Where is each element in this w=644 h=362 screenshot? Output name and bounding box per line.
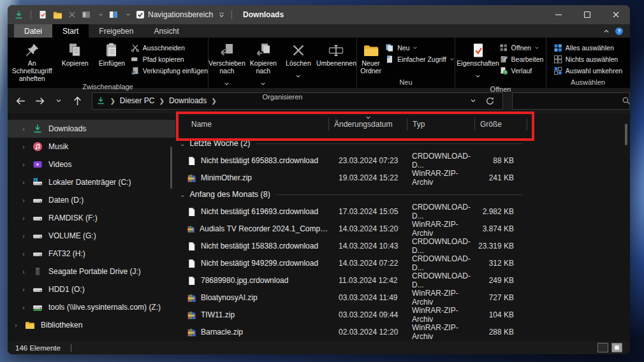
ribbon-button-verknüpfung-einfügen[interactable]: Verknüpfung einfügen [131,66,208,75]
sidebar-item-downloads[interactable]: › Downloads [8,120,175,138]
file-row-audials-tv-recorder-2024-1-computerbil[interactable]: Audials TV Recorder 2024.1_ComputerBil..… [175,220,630,237]
navigation-pane-toggle[interactable]: Navigationsbereich [136,10,224,19]
file-row-nicht-bestätigt-949299-crdownload[interactable]: Nicht bestätigt 949299.crdownload 14.03.… [175,254,630,272]
file-name: 78689980.jpg.crdownload [201,276,288,285]
refresh-icon[interactable] [485,96,495,106]
sidebar-item-lokaler-datenträger-c[interactable]: › Lokaler Datenträger (C:) [8,173,175,191]
tab-start[interactable]: Start [52,24,89,38]
chevron-down-icon[interactable] [98,12,103,17]
expander-chevron-icon[interactable]: › [20,286,27,293]
file-size: 88 KB [474,156,527,165]
forward-button[interactable] [32,92,48,109]
details-view-button[interactable] [597,343,608,352]
ribbon-button-umbenennen[interactable]: Umbenennen [316,41,356,67]
ribbon-button-alles-auswählen[interactable]: Alles auswählen [553,43,622,52]
columns-icon[interactable] [109,10,118,19]
chevron-down-icon [260,75,266,92]
sidebar-item-musik[interactable]: › Musik [8,138,175,156]
chevron-down-icon[interactable] [219,12,224,18]
ribbon-button-einfügen[interactable]: Einfügen [94,41,130,67]
ribbon-button-ausschneiden[interactable]: Ausschneiden [131,43,208,52]
properties-check-icon[interactable] [38,10,47,19]
folder-icon[interactable] [53,10,62,20]
column-header-größe[interactable]: Größe [474,118,527,131]
sidebar-item-label: Musik [48,142,68,151]
expander-chevron-icon[interactable]: › [20,143,27,150]
close-button[interactable] [601,5,630,24]
sidebar-item-tools-live-sysinternals-com-z[interactable]: › tools (\\live.sysinternals.com) (Z:) [8,298,175,316]
ribbon-button-an-schnellzugriff-anheften[interactable]: An Schnellzugriff anheften [8,41,56,82]
breadcrumb-dieser-pc[interactable]: Dieser PC [120,96,155,105]
sidebar-item-videos[interactable]: › Videos [8,156,175,173]
expander-chevron-icon[interactable]: › [20,179,27,186]
sidebar-item-daten-d[interactable]: › Daten (D:) [8,191,175,209]
expander-chevron-icon[interactable]: › [20,250,27,257]
file-row-nicht-bestätigt-619693-crdownload[interactable]: Nicht bestätigt 619693.crdownload 17.03.… [175,203,630,220]
ribbon-button-neuer-ordner[interactable]: Neuer Ordner [357,41,384,75]
group-header-letzte-woche-2[interactable]: ⌄ Letzte Woche (2) [175,135,630,152]
chevron-up-icon[interactable] [603,28,610,34]
ribbon-button-eigenschaften[interactable]: Eigenschaften [458,41,499,85]
details-pane-icon[interactable] [82,10,91,19]
expander-chevron-icon[interactable]: › [20,268,27,275]
expander-chevron-icon[interactable]: › [20,215,27,222]
ribbon-button-bearbeiten[interactable]: Bearbeiten [499,55,544,64]
sidebar-item-volume-g[interactable]: › VOLUME (G:) [8,227,175,245]
collapse-chevron-icon[interactable]: ⌄ [180,191,185,198]
file-icon [187,207,196,217]
recent-locations-button[interactable] [50,92,67,109]
file-row-nicht-bestätigt-695883-crdownload[interactable]: Nicht bestätigt 695883.crdownload 23.03.… [175,152,630,169]
back-button[interactable] [13,92,29,109]
expander-chevron-icon[interactable]: › [20,197,27,204]
breadcrumb-downloads[interactable]: Downloads [169,96,207,105]
expander-chevron-icon[interactable]: › [20,233,27,240]
ribbon-button-nichts-auswählen[interactable]: Nichts auswählen [553,55,622,64]
file-row-minimother-zip[interactable]: MinimOther.zip 19.03.2024 15:22 WinRAR-Z… [175,169,630,186]
tab-datei[interactable]: Datei [14,24,52,38]
sidebar-item-fat32-h[interactable]: › FAT32 (H:) [8,245,175,263]
column-header-name[interactable]: Name [175,118,328,131]
file-row-tiw11-zip[interactable]: TIW11.zip 03.03.2024 09:44 WinRAR-ZIP-Ar… [175,306,630,323]
file-type: WinRAR-ZIP-Archiv [407,306,474,324]
file-row-bloatynosyai-zip[interactable]: BloatynosyAI.zip 03.03.2024 11:49 WinRAR… [175,289,630,306]
sidebar-item-label: Daten (D:) [48,196,84,205]
expander-chevron-icon[interactable]: › [20,161,27,168]
ribbon-button-einfacher-zugriff[interactable]: Einfacher Zugriff [385,55,455,64]
file-row-barnacle-zip[interactable]: Barnacle.zip 02.03.2024 12:20 WinRAR-ZIP… [175,323,630,340]
file-row-nicht-bestätigt-158383-crdownload[interactable]: Nicht bestätigt 158383.crdownload 14.03.… [175,237,630,254]
ribbon-button-auswahl-umkehren[interactable]: Auswahl umkehren [553,66,622,75]
ribbon-button-kopieren-nach[interactable]: Kopieren nach [246,41,281,92]
expander-chevron-icon[interactable]: › [20,126,27,133]
minimize-button[interactable] [544,5,573,24]
icons-view-button[interactable] [611,343,622,352]
sidebar-item-ramdisk-f[interactable]: › RAMDISK (F:) [8,209,175,227]
ribbon-button-löschen[interactable]: Löschen [281,41,316,85]
ribbon-button-kopieren[interactable]: Kopieren [57,41,93,67]
sidebar-item-seagate-portable-drive-j[interactable]: › Seagate Portable Drive (J:) [8,263,175,280]
file-list-scrollbar[interactable] [625,124,627,145]
address-dropdown-icon[interactable] [470,98,476,104]
maximize-button[interactable] [573,5,601,24]
search-icon[interactable] [622,96,630,105]
file-row-78689980-jpg-crdownload[interactable]: 78689980.jpg.crdownload 11.03.2024 12:42… [175,272,630,289]
collapse-chevron-icon[interactable]: ⌄ [180,140,185,147]
expander-chevron-icon[interactable]: › [13,322,19,329]
column-header-typ[interactable]: Typ [407,118,474,131]
ribbon-button-pfad-kopieren[interactable]: Pfad kopieren [131,55,208,64]
sidebar-scrollbar[interactable] [170,147,172,189]
tab-freigeben[interactable]: Freigeben [89,24,143,38]
up-button[interactable] [70,92,86,109]
ribbon-button-verlauf[interactable]: Verlauf [499,66,544,75]
tab-ansicht[interactable]: Ansicht [143,24,189,38]
ribbon-button-neu[interactable]: Neu [385,43,455,52]
expander-chevron-icon[interactable]: › [20,304,27,311]
group-header-anfang-des-monats-8[interactable]: ⌄ Anfang des Monats (8) [175,186,630,203]
search-input[interactable] [513,96,622,105]
ribbon-button-verschieben-nach[interactable]: Verschieben nach [209,41,245,92]
ribbon-button-öffnen[interactable]: Öffnen [499,43,544,52]
close-gray-icon[interactable] [68,11,76,18]
help-icon[interactable]: ? [615,27,624,36]
chevron-down-icon[interactable] [126,12,131,17]
sidebar-item-bibliotheken[interactable]: › Bibliotheken [8,316,175,334]
sidebar-item-hdd1-o[interactable]: › HDD1 (O:) [8,280,175,298]
